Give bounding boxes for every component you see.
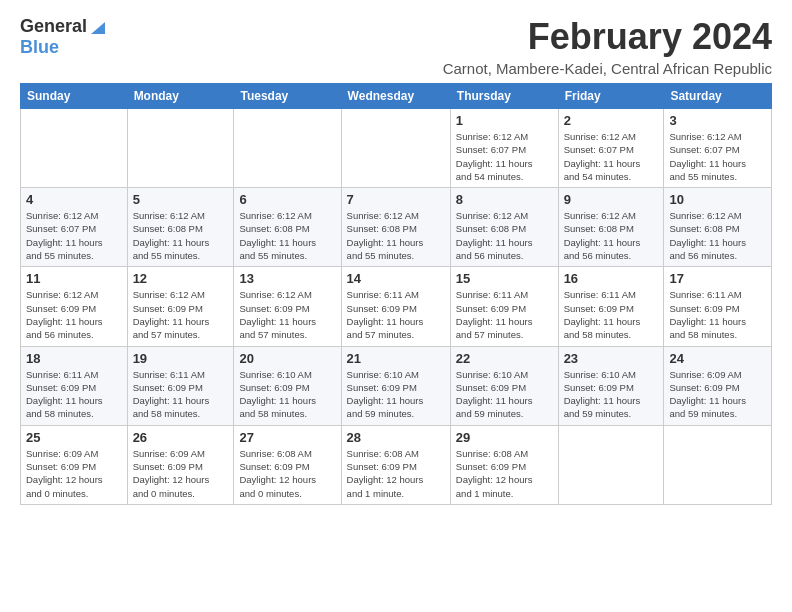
day-info: Sunrise: 6:12 AMSunset: 6:07 PMDaylight:… (669, 130, 766, 183)
day-info: Sunrise: 6:08 AMSunset: 6:09 PMDaylight:… (239, 447, 335, 500)
title-block: February 2024 Carnot, Mambere-Kadei, Cen… (443, 16, 772, 77)
day-info: Sunrise: 6:11 AMSunset: 6:09 PMDaylight:… (456, 288, 553, 341)
logo-general: General (20, 16, 87, 37)
day-number: 14 (347, 271, 445, 286)
calendar-day-cell: 28Sunrise: 6:08 AMSunset: 6:09 PMDayligh… (341, 425, 450, 504)
calendar-day-cell: 25Sunrise: 6:09 AMSunset: 6:09 PMDayligh… (21, 425, 128, 504)
logo-triangle-icon (89, 18, 107, 36)
calendar-day-cell: 8Sunrise: 6:12 AMSunset: 6:08 PMDaylight… (450, 188, 558, 267)
day-number: 20 (239, 351, 335, 366)
day-number: 25 (26, 430, 122, 445)
calendar-day-cell: 9Sunrise: 6:12 AMSunset: 6:08 PMDaylight… (558, 188, 664, 267)
calendar-day-cell: 4Sunrise: 6:12 AMSunset: 6:07 PMDaylight… (21, 188, 128, 267)
calendar-day-cell: 7Sunrise: 6:12 AMSunset: 6:08 PMDaylight… (341, 188, 450, 267)
calendar-day-cell: 19Sunrise: 6:11 AMSunset: 6:09 PMDayligh… (127, 346, 234, 425)
day-number: 2 (564, 113, 659, 128)
month-title: February 2024 (443, 16, 772, 58)
calendar-day-cell: 3Sunrise: 6:12 AMSunset: 6:07 PMDaylight… (664, 109, 772, 188)
calendar-day-cell: 10Sunrise: 6:12 AMSunset: 6:08 PMDayligh… (664, 188, 772, 267)
day-info: Sunrise: 6:09 AMSunset: 6:09 PMDaylight:… (669, 368, 766, 421)
page-header: General Blue February 2024 Carnot, Mambe… (20, 16, 772, 77)
weekday-header-cell: Thursday (450, 84, 558, 109)
day-number: 29 (456, 430, 553, 445)
calendar-day-cell: 20Sunrise: 6:10 AMSunset: 6:09 PMDayligh… (234, 346, 341, 425)
day-info: Sunrise: 6:08 AMSunset: 6:09 PMDaylight:… (347, 447, 445, 500)
day-number: 18 (26, 351, 122, 366)
calendar-body: 1Sunrise: 6:12 AMSunset: 6:07 PMDaylight… (21, 109, 772, 505)
calendar-day-cell: 15Sunrise: 6:11 AMSunset: 6:09 PMDayligh… (450, 267, 558, 346)
calendar-day-cell: 24Sunrise: 6:09 AMSunset: 6:09 PMDayligh… (664, 346, 772, 425)
day-info: Sunrise: 6:10 AMSunset: 6:09 PMDaylight:… (564, 368, 659, 421)
calendar-day-cell: 12Sunrise: 6:12 AMSunset: 6:09 PMDayligh… (127, 267, 234, 346)
svg-marker-0 (91, 22, 105, 34)
calendar-day-cell: 13Sunrise: 6:12 AMSunset: 6:09 PMDayligh… (234, 267, 341, 346)
day-info: Sunrise: 6:12 AMSunset: 6:09 PMDaylight:… (26, 288, 122, 341)
calendar-day-cell: 22Sunrise: 6:10 AMSunset: 6:09 PMDayligh… (450, 346, 558, 425)
calendar-week-row: 1Sunrise: 6:12 AMSunset: 6:07 PMDaylight… (21, 109, 772, 188)
day-info: Sunrise: 6:09 AMSunset: 6:09 PMDaylight:… (133, 447, 229, 500)
calendar-day-cell: 29Sunrise: 6:08 AMSunset: 6:09 PMDayligh… (450, 425, 558, 504)
day-number: 3 (669, 113, 766, 128)
day-number: 6 (239, 192, 335, 207)
calendar-table: SundayMondayTuesdayWednesdayThursdayFrid… (20, 83, 772, 505)
day-number: 27 (239, 430, 335, 445)
day-number: 15 (456, 271, 553, 286)
day-info: Sunrise: 6:12 AMSunset: 6:08 PMDaylight:… (456, 209, 553, 262)
weekday-header-cell: Saturday (664, 84, 772, 109)
day-number: 7 (347, 192, 445, 207)
day-number: 16 (564, 271, 659, 286)
calendar-week-row: 11Sunrise: 6:12 AMSunset: 6:09 PMDayligh… (21, 267, 772, 346)
calendar-day-cell (21, 109, 128, 188)
calendar-day-cell: 6Sunrise: 6:12 AMSunset: 6:08 PMDaylight… (234, 188, 341, 267)
day-info: Sunrise: 6:12 AMSunset: 6:07 PMDaylight:… (564, 130, 659, 183)
day-info: Sunrise: 6:12 AMSunset: 6:08 PMDaylight:… (669, 209, 766, 262)
day-info: Sunrise: 6:11 AMSunset: 6:09 PMDaylight:… (669, 288, 766, 341)
calendar-day-cell (234, 109, 341, 188)
calendar-day-cell (341, 109, 450, 188)
day-info: Sunrise: 6:12 AMSunset: 6:08 PMDaylight:… (239, 209, 335, 262)
weekday-header-cell: Sunday (21, 84, 128, 109)
weekday-header-cell: Monday (127, 84, 234, 109)
day-number: 19 (133, 351, 229, 366)
day-number: 23 (564, 351, 659, 366)
calendar-day-cell: 16Sunrise: 6:11 AMSunset: 6:09 PMDayligh… (558, 267, 664, 346)
calendar-day-cell (127, 109, 234, 188)
day-number: 5 (133, 192, 229, 207)
day-number: 10 (669, 192, 766, 207)
calendar-day-cell: 2Sunrise: 6:12 AMSunset: 6:07 PMDaylight… (558, 109, 664, 188)
day-info: Sunrise: 6:08 AMSunset: 6:09 PMDaylight:… (456, 447, 553, 500)
day-number: 22 (456, 351, 553, 366)
day-number: 12 (133, 271, 229, 286)
calendar-day-cell: 14Sunrise: 6:11 AMSunset: 6:09 PMDayligh… (341, 267, 450, 346)
calendar-day-cell: 1Sunrise: 6:12 AMSunset: 6:07 PMDaylight… (450, 109, 558, 188)
day-info: Sunrise: 6:11 AMSunset: 6:09 PMDaylight:… (347, 288, 445, 341)
calendar-day-cell: 17Sunrise: 6:11 AMSunset: 6:09 PMDayligh… (664, 267, 772, 346)
day-info: Sunrise: 6:12 AMSunset: 6:08 PMDaylight:… (133, 209, 229, 262)
day-info: Sunrise: 6:12 AMSunset: 6:08 PMDaylight:… (564, 209, 659, 262)
calendar-day-cell: 26Sunrise: 6:09 AMSunset: 6:09 PMDayligh… (127, 425, 234, 504)
day-info: Sunrise: 6:12 AMSunset: 6:07 PMDaylight:… (26, 209, 122, 262)
day-number: 21 (347, 351, 445, 366)
calendar-day-cell: 21Sunrise: 6:10 AMSunset: 6:09 PMDayligh… (341, 346, 450, 425)
calendar-day-cell: 23Sunrise: 6:10 AMSunset: 6:09 PMDayligh… (558, 346, 664, 425)
calendar-day-cell: 27Sunrise: 6:08 AMSunset: 6:09 PMDayligh… (234, 425, 341, 504)
day-number: 26 (133, 430, 229, 445)
calendar-week-row: 4Sunrise: 6:12 AMSunset: 6:07 PMDaylight… (21, 188, 772, 267)
calendar-day-cell: 5Sunrise: 6:12 AMSunset: 6:08 PMDaylight… (127, 188, 234, 267)
day-number: 24 (669, 351, 766, 366)
weekday-header-row: SundayMondayTuesdayWednesdayThursdayFrid… (21, 84, 772, 109)
location-title: Carnot, Mambere-Kadei, Central African R… (443, 60, 772, 77)
day-number: 8 (456, 192, 553, 207)
day-info: Sunrise: 6:10 AMSunset: 6:09 PMDaylight:… (239, 368, 335, 421)
day-number: 17 (669, 271, 766, 286)
calendar-day-cell (558, 425, 664, 504)
weekday-header-cell: Tuesday (234, 84, 341, 109)
calendar-day-cell: 11Sunrise: 6:12 AMSunset: 6:09 PMDayligh… (21, 267, 128, 346)
calendar-week-row: 25Sunrise: 6:09 AMSunset: 6:09 PMDayligh… (21, 425, 772, 504)
day-info: Sunrise: 6:11 AMSunset: 6:09 PMDaylight:… (26, 368, 122, 421)
weekday-header-cell: Friday (558, 84, 664, 109)
calendar-week-row: 18Sunrise: 6:11 AMSunset: 6:09 PMDayligh… (21, 346, 772, 425)
day-info: Sunrise: 6:09 AMSunset: 6:09 PMDaylight:… (26, 447, 122, 500)
calendar-day-cell (664, 425, 772, 504)
day-info: Sunrise: 6:11 AMSunset: 6:09 PMDaylight:… (564, 288, 659, 341)
